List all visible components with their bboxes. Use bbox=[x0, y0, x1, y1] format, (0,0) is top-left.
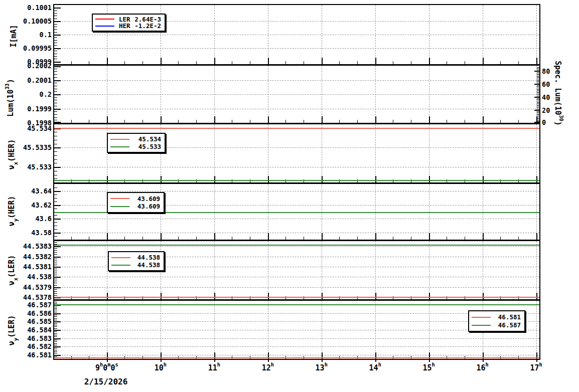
x-major-tick bbox=[107, 233, 108, 240]
x-major-tick bbox=[429, 58, 430, 64]
h-gridline bbox=[54, 277, 539, 277]
legend-line-sample bbox=[472, 325, 491, 326]
y-minor-tick bbox=[54, 187, 57, 188]
x-tick-label: 9h0m0s bbox=[84, 364, 129, 372]
sup-text: h bbox=[100, 362, 103, 367]
text: 16 bbox=[477, 363, 486, 372]
y-major-tick bbox=[54, 8, 61, 9]
sup-text: h bbox=[217, 362, 220, 367]
sup-text: m bbox=[107, 362, 110, 367]
x-tick-label: 15h bbox=[406, 364, 452, 372]
right-minor-tick bbox=[537, 76, 539, 77]
right-major-tick bbox=[534, 110, 539, 111]
right-minor-tick bbox=[537, 96, 539, 96]
x-axis-stub bbox=[429, 360, 430, 362]
y-minor-tick bbox=[54, 24, 57, 25]
x-major-tick bbox=[429, 293, 430, 299]
x-minor-tick bbox=[500, 61, 501, 64]
right-minor-tick bbox=[537, 79, 539, 79]
y-major-tick bbox=[54, 48, 61, 49]
y-tick-label: 0.2002 bbox=[0, 62, 52, 69]
right-minor-tick bbox=[537, 119, 539, 119]
y-minor-tick bbox=[54, 323, 57, 324]
y-tick-label: 0.1 bbox=[0, 31, 52, 38]
y-minor-tick bbox=[54, 13, 57, 14]
x-minor-tick bbox=[411, 237, 411, 240]
right-minor-tick bbox=[537, 120, 539, 121]
x-major-tick bbox=[429, 176, 430, 182]
right-minor-tick bbox=[537, 102, 539, 103]
y-minor-tick bbox=[54, 291, 57, 292]
legend-row: 45.534 bbox=[110, 136, 161, 142]
v-gridline bbox=[429, 241, 429, 299]
x-minor-tick bbox=[124, 237, 125, 240]
v-gridline bbox=[375, 124, 376, 182]
legend-row: 43.609 bbox=[110, 195, 160, 202]
x-major-tick bbox=[161, 293, 162, 299]
x-minor-tick bbox=[232, 237, 232, 240]
x-minor-tick bbox=[357, 61, 358, 64]
x-major-tick bbox=[375, 116, 376, 123]
x-minor-tick bbox=[196, 61, 197, 64]
y-minor-tick bbox=[54, 333, 57, 334]
x-major-tick bbox=[214, 116, 215, 123]
x-minor-tick bbox=[393, 120, 393, 123]
y-major-tick bbox=[54, 338, 61, 339]
x-minor-tick bbox=[518, 120, 519, 123]
x-minor-tick bbox=[285, 237, 286, 240]
x-minor-tick bbox=[447, 237, 447, 240]
x-minor-tick bbox=[71, 61, 72, 64]
y-minor-tick bbox=[54, 16, 57, 16]
y-minor-tick bbox=[54, 103, 57, 103]
right-major-tick bbox=[534, 71, 539, 72]
y-major-tick bbox=[54, 62, 61, 63]
legend-line-sample bbox=[472, 317, 491, 318]
text: (LER) bbox=[7, 255, 16, 278]
y-minor-tick bbox=[54, 279, 57, 279]
x-minor-tick bbox=[393, 237, 393, 240]
x-minor-tick bbox=[500, 120, 501, 123]
legend-line-sample bbox=[95, 19, 114, 20]
text: ν bbox=[7, 165, 16, 169]
x-minor-tick bbox=[142, 120, 143, 123]
legend-value: 2.64E-3 bbox=[134, 16, 161, 23]
sup-text: 33 bbox=[5, 83, 10, 89]
y-minor-tick bbox=[54, 140, 57, 140]
y-tick-label: 0.1001 bbox=[0, 4, 52, 11]
y-minor-tick bbox=[54, 325, 57, 325]
y-axis-title-current: I[mA] bbox=[10, 25, 18, 47]
x-major-tick bbox=[536, 176, 537, 182]
x-major-tick bbox=[161, 176, 162, 182]
y-minor-tick bbox=[54, 308, 57, 309]
tune-monitor-figure: 2/15/2026 0.10010.100050.10.099950.09990… bbox=[0, 0, 579, 392]
x-major-tick bbox=[375, 293, 376, 299]
h-gridline bbox=[54, 167, 539, 167]
text: 12 bbox=[262, 363, 271, 372]
y-minor-tick bbox=[54, 263, 57, 263]
right-minor-tick bbox=[537, 111, 539, 112]
y-minor-tick bbox=[54, 285, 57, 286]
y-minor-tick bbox=[54, 40, 57, 41]
right-minor-tick bbox=[537, 85, 539, 86]
sup-text: 30 bbox=[558, 115, 564, 121]
y-axis-title-nux_ler: νx(LER) bbox=[8, 255, 16, 286]
x-minor-tick bbox=[304, 120, 304, 123]
y-major-tick bbox=[54, 233, 61, 234]
h-gridline bbox=[54, 233, 539, 233]
h-gridline bbox=[54, 321, 539, 322]
y-axis-title-nuy_her: νy(HER) bbox=[8, 196, 16, 227]
text: 15 bbox=[423, 363, 432, 372]
x-minor-tick bbox=[304, 61, 304, 64]
h-gridline bbox=[54, 355, 539, 355]
y-minor-tick bbox=[54, 248, 57, 249]
legend-value: 46.581 bbox=[498, 314, 521, 320]
text: ν bbox=[7, 222, 16, 226]
x-minor-tick bbox=[357, 120, 358, 123]
right-minor-tick bbox=[537, 81, 539, 82]
legend-line-sample bbox=[110, 206, 129, 207]
y-minor-tick bbox=[54, 202, 57, 202]
x-major-tick bbox=[268, 293, 269, 299]
x-major-tick bbox=[322, 293, 323, 299]
right-minor-tick bbox=[537, 89, 539, 90]
x-major-tick bbox=[107, 58, 108, 64]
